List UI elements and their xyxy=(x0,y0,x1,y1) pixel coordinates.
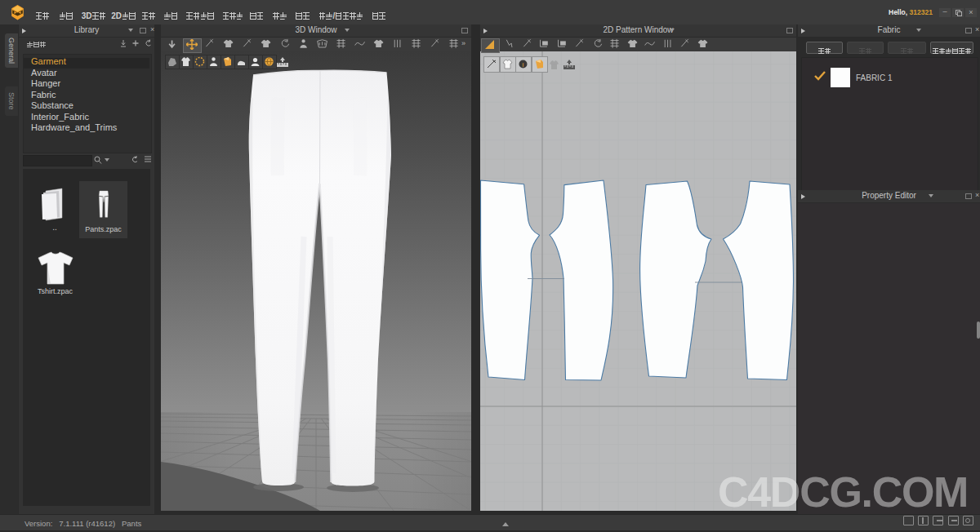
svg-text:i: i xyxy=(523,61,524,69)
